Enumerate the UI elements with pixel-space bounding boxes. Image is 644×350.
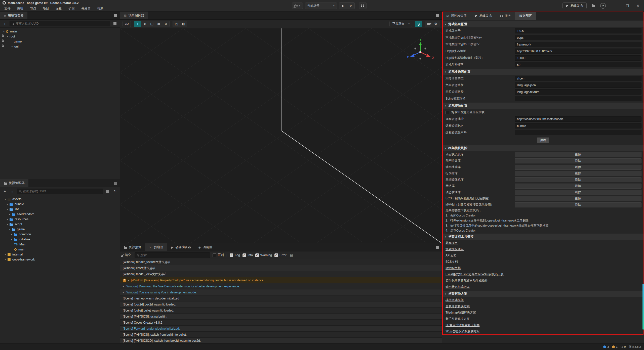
asset-node-main-scene[interactable]: main <box>0 247 120 252</box>
text-input[interactable]: framework <box>515 42 641 47</box>
asset-node-internal[interactable]: ▸ internal <box>0 252 120 257</box>
inspector-scrollbar-thumb[interactable] <box>642 284 644 330</box>
remove-module-button[interactable]: 剔除 <box>515 196 641 201</box>
framework-link[interactable]: 全栈开发解决方案 <box>442 303 644 310</box>
section-language-config[interactable]: ▾ 游戏多语言配置 <box>442 69 644 75</box>
gizmo-combined-tool-button[interactable]: ∪ <box>162 21 169 27</box>
assets-search-input[interactable] <box>23 190 101 193</box>
remove-module-button[interactable]: 剔除 <box>515 184 641 189</box>
section-doc-links[interactable]: ▾ 框架文档工具链接 <box>442 234 644 240</box>
expand-log-icon[interactable]: ▸ <box>123 291 124 294</box>
panel-menu-icon[interactable] <box>114 183 117 184</box>
menu-help[interactable]: 帮助 <box>94 7 107 11</box>
text-input[interactable]: http://192.168.0.150/main/ <box>515 49 641 54</box>
panel-menu-icon[interactable] <box>436 15 439 16</box>
text-input[interactable]: 1.0.5 <box>515 28 641 33</box>
asset-node-game[interactable]: ▾ game <box>0 227 120 232</box>
filter-warning-checkbox[interactable]: Warning <box>255 253 272 257</box>
text-input[interactable]: bundle <box>515 123 641 128</box>
expand-log-icon[interactable]: ▸ <box>123 285 124 288</box>
log-file-button[interactable]: ▤ <box>289 252 294 258</box>
framework-link[interactable]: 动画状态机编辑器 <box>442 284 644 290</box>
framework-link[interactable]: 教程项目 <box>442 240 644 246</box>
tab-build-publish[interactable]: 构建发布 <box>471 12 496 20</box>
tab-framework-config[interactable]: 框架配置 <box>515 12 536 20</box>
text-input[interactable] <box>515 96 641 101</box>
axis-gizmo[interactable]: Y X Z <box>406 38 435 63</box>
axis-y-label[interactable]: Y <box>419 38 421 41</box>
text-input[interactable]: zh,en <box>515 76 641 81</box>
menu-file[interactable]: 文件 <box>1 7 14 11</box>
error-count-badge[interactable]: 0 <box>621 345 626 348</box>
warning-count-badge[interactable]: 1 <box>612 345 618 348</box>
tab-console[interactable]: >_ 控制台 <box>145 243 167 251</box>
open-project-button[interactable] <box>590 3 597 9</box>
close-button[interactable]: ✕ <box>634 4 641 8</box>
console-search-input[interactable] <box>140 253 208 257</box>
hierarchy-node-game[interactable]: game <box>0 39 120 44</box>
text-input[interactable] <box>515 130 641 135</box>
play-button[interactable]: ▶ <box>339 3 347 9</box>
remote-load-checkbox[interactable] <box>446 111 449 114</box>
section-resource-config[interactable]: ▾ 游戏资源配置 <box>442 103 644 109</box>
hierarchy-node-main[interactable]: ▾ main <box>0 29 120 34</box>
framework-link[interactable]: 游戏模板项目 <box>442 246 644 252</box>
asset-node-oops-framework[interactable]: ▸ oops-framework <box>0 257 120 262</box>
tab-hierarchy[interactable]: ◈ 层级管理器 <box>0 12 27 19</box>
remove-module-button[interactable]: 剔除 <box>515 177 641 182</box>
collapse-arrow-icon[interactable]: ▾ <box>6 208 9 210</box>
expand-arrow-icon[interactable]: ▸ <box>11 45 14 48</box>
filter-info-checkbox[interactable]: Info <box>243 253 253 257</box>
asset-node-assets[interactable]: ▾ assets <box>0 197 120 202</box>
asset-node-bundle[interactable]: ▸ bundle <box>0 202 120 207</box>
framework-link[interactable]: Excel格式转Json文件与TypeScript代码工具 <box>442 271 644 278</box>
remove-module-button[interactable]: 剔除 <box>515 190 641 195</box>
axis-z-label[interactable]: Z <box>407 56 409 59</box>
expand-arrow-icon[interactable]: ▸ <box>10 238 13 241</box>
text-input[interactable]: 60 <box>515 62 641 67</box>
framework-link[interactable]: API文档 <box>442 252 644 259</box>
minimize-button[interactable]: ─ <box>613 4 620 8</box>
tab-services[interactable]: 服务 <box>496 12 515 20</box>
menu-node[interactable]: 节点 <box>27 7 39 11</box>
regex-checkbox[interactable]: 正则 <box>213 253 224 257</box>
snap-tool-button[interactable]: ◰ <box>173 21 180 27</box>
lighting-toggle-button[interactable] <box>415 21 422 27</box>
checkbox-checked[interactable] <box>274 253 278 257</box>
panel-menu-icon[interactable] <box>114 15 117 16</box>
asset-node-initialize[interactable]: ▸ initialize <box>0 237 120 242</box>
menu-panel[interactable]: 面板 <box>52 7 65 11</box>
scene-settings-button[interactable]: ⚙ <box>432 21 439 27</box>
tab-assets[interactable]: 资源管理器 <box>0 179 28 187</box>
collapse-arrow-icon[interactable]: ▾ <box>6 223 9 226</box>
collapse-arrow-icon[interactable]: ▾ <box>2 30 6 33</box>
text-input[interactable]: oops <box>515 35 641 40</box>
asset-node-resources[interactable]: ▸ resources <box>0 217 120 222</box>
hierarchy-search-input[interactable] <box>15 22 108 25</box>
remove-module-button[interactable]: 剔除 <box>515 202 641 207</box>
filter-error-checkbox[interactable]: Error <box>274 253 287 257</box>
section-basic-config[interactable]: ▾ 游戏基础配置 <box>442 21 644 27</box>
menu-extension[interactable]: 扩展 <box>65 7 78 11</box>
help-button[interactable]: ? <box>600 3 606 9</box>
refresh-button[interactable]: ↻ <box>112 189 117 194</box>
asset-node-seedrandom[interactable]: ▸ seedrandom <box>0 212 120 217</box>
render-mode-select[interactable]: 正常渲染 ▾ <box>389 21 412 27</box>
expand-arrow-icon[interactable]: ▸ <box>8 213 11 215</box>
move-tool-button[interactable]: + <box>134 21 141 27</box>
save-button[interactable]: 保存 <box>537 138 549 143</box>
asset-node-script[interactable]: ▾ script <box>0 222 120 227</box>
framework-link[interactable]: Tiledmap地图解决方案 <box>442 310 644 316</box>
scene-viewport[interactable]: Y X Z <box>120 28 442 243</box>
filter-button[interactable] <box>112 21 117 26</box>
text-input[interactable]: 10000 <box>515 55 641 61</box>
preview-platform-select[interactable]: ▾ <box>292 3 303 9</box>
expand-log-icon[interactable]: ▸ <box>128 279 129 282</box>
collapse-arrow-icon[interactable]: ▾ <box>6 35 9 38</box>
expand-arrow-icon[interactable]: ▸ <box>10 233 13 236</box>
framework-link[interactable]: 战棋游戏框架 <box>442 297 644 303</box>
rect-tool-button[interactable]: ▭ <box>155 21 162 27</box>
camera-settings-button[interactable] <box>425 21 432 27</box>
expand-arrow-icon[interactable]: ▸ <box>4 258 7 261</box>
remove-module-button[interactable]: 剔除 <box>515 165 641 170</box>
